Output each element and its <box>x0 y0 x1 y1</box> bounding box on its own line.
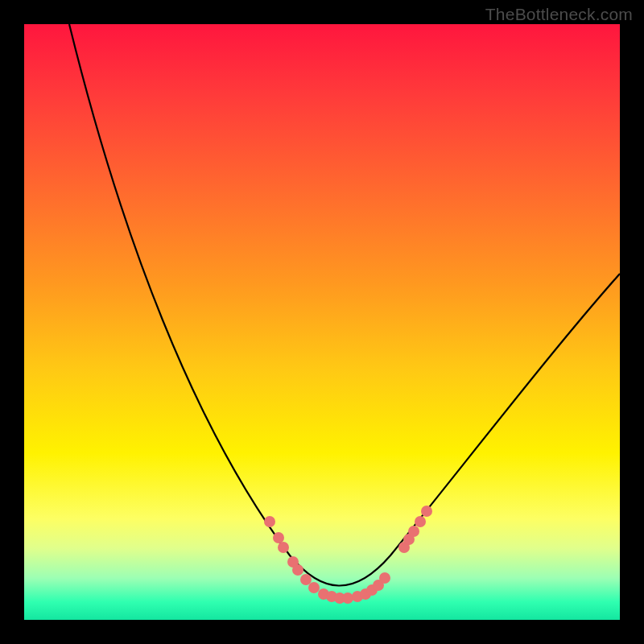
data-dot <box>273 532 284 543</box>
data-dot <box>300 574 312 585</box>
bottleneck-curve <box>69 24 620 586</box>
data-dot <box>292 564 303 576</box>
data-dot <box>421 506 432 517</box>
data-dot <box>379 572 390 584</box>
data-dot <box>342 592 353 604</box>
chart-plot-area <box>24 24 620 620</box>
data-dot <box>415 516 426 527</box>
watermark-text: TheBottleneck.com <box>485 5 633 24</box>
data-dot <box>278 542 289 553</box>
data-dot <box>308 582 320 593</box>
data-dot <box>408 526 419 537</box>
data-dot <box>264 516 275 527</box>
curve-layer <box>24 24 620 620</box>
